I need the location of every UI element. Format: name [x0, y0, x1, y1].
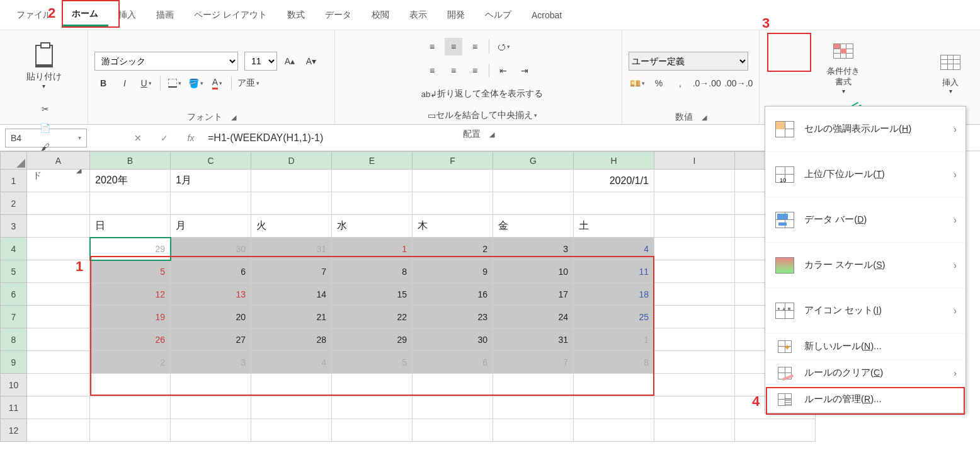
clipboard-icon: [35, 45, 53, 67]
ruby-button[interactable]: ア亜▾: [237, 74, 260, 92]
row-header[interactable]: 5: [1, 260, 27, 283]
comma-button[interactable]: ,: [671, 74, 689, 92]
row-header[interactable]: 12: [1, 419, 27, 442]
row-header[interactable]: 8: [1, 328, 27, 351]
group-clipboard: 貼り付け ▾ ✂ 📄 🖌 クリップボード◢: [0, 30, 88, 124]
col-header[interactable]: H: [574, 152, 654, 170]
new-rule-icon: [778, 340, 792, 353]
align-bottom-button[interactable]: ≡: [466, 38, 484, 55]
font-name-select[interactable]: 游ゴシック: [94, 52, 238, 71]
data-bar-icon: [775, 212, 794, 228]
percent-button[interactable]: %: [650, 74, 668, 92]
tab-draw[interactable]: 描画: [146, 4, 184, 26]
number-format-select[interactable]: ユーザー定義: [629, 52, 748, 71]
increase-indent-button[interactable]: ⇥: [516, 62, 533, 79]
select-all-corner[interactable]: [1, 152, 27, 170]
color-scale-icon: [775, 257, 794, 274]
align-left-button[interactable]: ≡: [423, 62, 441, 79]
tab-developer[interactable]: 開発: [437, 4, 475, 26]
align-center-button[interactable]: ≡: [445, 62, 462, 79]
tab-view[interactable]: 表示: [399, 4, 437, 26]
col-header[interactable]: G: [493, 152, 574, 170]
menu-manage-rules[interactable]: ルールの管理(R)...: [765, 386, 966, 413]
submenu-arrow-icon: ›: [954, 306, 957, 316]
number-label: 数値: [675, 112, 693, 123]
row-header[interactable]: 11: [1, 396, 27, 419]
merge-center-button[interactable]: ▭ セルを結合して中央揃え ▾: [417, 107, 547, 124]
row-header[interactable]: 2: [1, 192, 27, 215]
border-button[interactable]: ▾: [166, 74, 183, 92]
menu-data-bars[interactable]: データ バー(D)›: [765, 197, 966, 243]
align-right-button[interactable]: ≡: [466, 62, 484, 79]
decrease-font-button[interactable]: A▾: [302, 52, 320, 70]
align-middle-button[interactable]: ≡: [445, 38, 462, 55]
col-header[interactable]: I: [654, 152, 735, 170]
paste-button[interactable]: 貼り付け ▾: [24, 36, 64, 98]
row-header[interactable]: 4: [1, 238, 27, 260]
decrease-decimal-button[interactable]: .00→.0: [725, 74, 753, 92]
top-bottom-icon: [775, 166, 794, 183]
row-header[interactable]: 10: [1, 374, 27, 396]
font-size-select[interactable]: 11: [244, 52, 277, 71]
manage-rules-icon: [778, 393, 792, 406]
tab-formula[interactable]: 数式: [277, 4, 315, 26]
menu-top-bottom-rules[interactable]: 上位/下位ルール(T)›: [765, 152, 966, 197]
menu-bar: ファイル ホーム 挿入 描画 ページ レイアウト 数式 データ 校閲 表示 開発…: [0, 0, 980, 30]
bold-button[interactable]: B: [94, 74, 112, 92]
col-header[interactable]: D: [251, 152, 332, 170]
decrease-indent-button[interactable]: ⇤: [494, 62, 512, 79]
callout-1: 1: [76, 258, 83, 275]
col-header[interactable]: E: [332, 152, 413, 170]
currency-button[interactable]: 💴▾: [629, 74, 646, 92]
highlight-rules-icon: [775, 121, 794, 137]
cancel-formula-button[interactable]: ✕: [127, 129, 149, 147]
align-label: 配置: [463, 129, 481, 140]
tab-home[interactable]: ホーム: [62, 3, 108, 26]
increase-font-button[interactable]: A▴: [281, 52, 299, 70]
font-launcher-icon[interactable]: ◢: [231, 113, 236, 122]
wrap-text-button[interactable]: ab↲ 折り返して全体を表示する: [417, 85, 547, 103]
row-header[interactable]: 6: [1, 283, 27, 306]
tab-acrobat[interactable]: Acrobat: [521, 5, 572, 25]
col-header[interactable]: F: [413, 152, 493, 170]
row-header[interactable]: 9: [1, 351, 27, 374]
submenu-arrow-icon: ›: [954, 124, 957, 134]
italic-button[interactable]: I: [116, 74, 134, 92]
menu-icon-sets[interactable]: アイコン セット(I)›: [765, 288, 966, 333]
submenu-arrow-icon: ›: [954, 260, 957, 270]
group-number: ユーザー定義 💴▾ % , .0→.00 .00→.0 数値◢: [622, 30, 760, 124]
callout-2: 2: [48, 5, 55, 21]
cut-button[interactable]: ✂: [38, 101, 53, 117]
tab-data[interactable]: データ: [315, 4, 362, 26]
col-header[interactable]: A: [27, 152, 90, 170]
menu-clear-rules[interactable]: ルールのクリア(C)›: [765, 360, 966, 386]
font-color-button[interactable]: A▾: [208, 74, 226, 92]
menu-new-rule[interactable]: 新しいルール(N)...: [765, 333, 966, 360]
conditional-format-button[interactable]: 条件付き書式▾: [819, 36, 868, 97]
tab-insert[interactable]: 挿入: [108, 4, 146, 26]
row-header[interactable]: 1: [1, 170, 27, 192]
col-header[interactable]: B: [90, 152, 171, 170]
active-cell[interactable]: 29: [90, 238, 171, 260]
fill-color-button[interactable]: 🪣▾: [187, 74, 205, 92]
number-launcher-icon[interactable]: ◢: [702, 113, 707, 122]
row-header[interactable]: 7: [1, 306, 27, 328]
menu-highlight-rules[interactable]: セルの強調表示ルール(H)›: [765, 107, 966, 152]
tab-review[interactable]: 校閲: [362, 4, 399, 26]
tab-page-layout[interactable]: ページ レイアウト: [184, 4, 277, 26]
paste-label: 貼り付け: [26, 71, 62, 83]
align-top-button[interactable]: ≡: [423, 38, 441, 55]
row-header[interactable]: 3: [1, 215, 27, 238]
align-launcher-icon[interactable]: ◢: [489, 130, 494, 139]
menu-color-scales[interactable]: カラー スケール(S)›: [765, 243, 966, 288]
orientation-button[interactable]: ⭯▾: [494, 38, 512, 55]
group-font: 游ゴシック 11 A▴ A▾ B I U▾ ▾ 🪣▾ A▾ ア亜▾ フォント◢: [88, 30, 335, 124]
tab-help[interactable]: ヘルプ: [475, 4, 521, 26]
insert-cells-button[interactable]: 挿入▾: [926, 47, 975, 98]
col-header[interactable]: C: [171, 152, 251, 170]
copy-button[interactable]: 📄: [38, 120, 53, 136]
underline-button[interactable]: U▾: [137, 74, 155, 92]
fx-button[interactable]: fx: [180, 129, 202, 147]
increase-decimal-button[interactable]: .0→.00: [693, 74, 721, 92]
confirm-formula-button[interactable]: ✓: [154, 129, 175, 147]
